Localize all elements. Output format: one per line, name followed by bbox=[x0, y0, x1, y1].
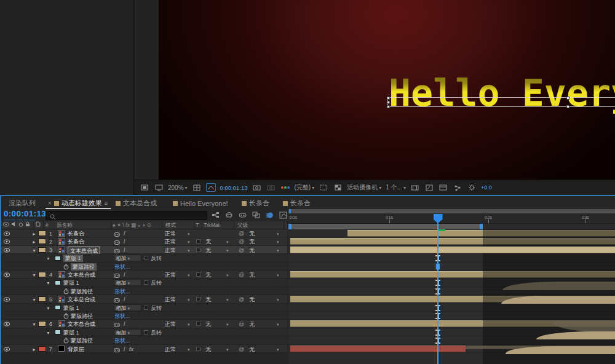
expand-arrow-icon[interactable]: ▼ bbox=[46, 280, 50, 287]
tab-comp-2[interactable]: 文本总合成 bbox=[116, 197, 157, 209]
mask-color-chip[interactable] bbox=[55, 256, 61, 261]
trkmat-select[interactable]: 无 bbox=[205, 238, 211, 245]
quality-switch[interactable]: / bbox=[124, 230, 125, 237]
shape-value-link[interactable]: 形状... bbox=[114, 263, 130, 271]
layer-duration-bar[interactable] bbox=[290, 247, 615, 253]
mask-path-name[interactable]: 蒙版路径 bbox=[71, 288, 93, 295]
layer-row-3[interactable]: ▼3文本总合成/正常▾无▾@无▾ bbox=[1, 246, 287, 254]
selection-handle[interactable] bbox=[387, 97, 390, 100]
parent-select[interactable]: 无 bbox=[249, 238, 255, 245]
work-area-row[interactable] bbox=[288, 224, 615, 229]
expand-arrow-icon[interactable]: ► bbox=[32, 346, 36, 354]
always-preview-icon[interactable] bbox=[140, 183, 149, 192]
t-checkbox[interactable] bbox=[196, 347, 200, 351]
mask-mode-select[interactable]: 相加 ▾ bbox=[114, 329, 141, 336]
parent-pickwhip-icon[interactable]: @ bbox=[239, 296, 244, 303]
mask-group-row[interactable]: ▼蒙版 1相加 ▾反转 bbox=[1, 254, 287, 262]
search-input[interactable] bbox=[46, 211, 207, 220]
graph-editor-icon[interactable] bbox=[279, 210, 288, 220]
quality-switch[interactable]: / bbox=[124, 346, 125, 353]
trkmat-select[interactable]: 无 bbox=[205, 247, 211, 254]
tab-comp-3[interactable]: Hello Everyone! bbox=[173, 197, 228, 209]
expand-arrow-icon[interactable]: ► bbox=[32, 231, 36, 238]
quality-switch[interactable]: / bbox=[124, 247, 125, 254]
t-checkbox[interactable] bbox=[196, 248, 200, 252]
viewer-text-layer[interactable]: Hello Everyone! bbox=[389, 71, 615, 114]
parent-select[interactable]: 无 bbox=[249, 296, 255, 303]
selection-handle[interactable] bbox=[387, 101, 390, 104]
parent-pickwhip-icon[interactable]: @ bbox=[239, 320, 244, 328]
layer-row-7[interactable]: ►7背景层/fx正常▾无▾@无▾ bbox=[1, 345, 287, 353]
mask-color-chip[interactable] bbox=[55, 280, 61, 285]
composition-viewer[interactable]: Hello Everyone! bbox=[159, 0, 615, 180]
label-color-chip[interactable] bbox=[38, 239, 46, 244]
tab-comp-1[interactable]: ×动态标题效果≡ bbox=[48, 197, 108, 209]
work-area-bar[interactable] bbox=[288, 224, 483, 229]
blend-mode-select[interactable]: 正常 bbox=[165, 320, 176, 328]
parent-pickwhip-icon[interactable]: @ bbox=[239, 238, 244, 245]
eye-icon[interactable] bbox=[4, 272, 10, 279]
blend-mode-select[interactable]: 正常 bbox=[165, 296, 176, 303]
blend-mode-select[interactable]: 正常 bbox=[165, 247, 176, 254]
t-checkbox[interactable] bbox=[196, 297, 200, 301]
mask-path-row[interactable]: 蒙版路径形状... bbox=[1, 312, 287, 320]
fast-preview-icon[interactable] bbox=[424, 183, 434, 192]
invert-checkbox[interactable] bbox=[144, 330, 148, 334]
eye-icon[interactable] bbox=[4, 231, 10, 238]
mask-name[interactable]: 蒙版 1 bbox=[63, 304, 79, 312]
region-of-interest-icon[interactable] bbox=[319, 183, 328, 192]
work-area-start-handle[interactable] bbox=[288, 224, 292, 229]
expand-arrow-icon[interactable]: ► bbox=[32, 239, 36, 246]
frame-blend-icon[interactable] bbox=[252, 210, 261, 220]
reset-exposure-icon[interactable] bbox=[467, 183, 477, 192]
label-color-chip[interactable] bbox=[38, 321, 46, 326]
quality-switch[interactable]: / bbox=[124, 238, 125, 245]
preview-timecode[interactable]: 0:00:01:13 bbox=[220, 184, 248, 191]
t-checkbox[interactable] bbox=[196, 322, 200, 326]
panel-menu-icon[interactable]: ≡ bbox=[105, 200, 108, 207]
layer-name[interactable]: 背景层 bbox=[68, 346, 84, 353]
work-area-end-handle[interactable] bbox=[480, 224, 483, 229]
layer-name[interactable]: 文本总合成 bbox=[68, 271, 95, 279]
show-channels-icon[interactable] bbox=[280, 183, 290, 192]
blend-mode-select[interactable]: 正常 bbox=[165, 230, 176, 237]
mini-flowchart-icon[interactable] bbox=[211, 210, 220, 220]
mask-path-name[interactable]: 蒙版路径 bbox=[71, 337, 93, 344]
mask-mode-select[interactable]: 相加 ▾ bbox=[114, 255, 141, 261]
mask-path-row[interactable]: 蒙版路径形状... bbox=[1, 336, 287, 344]
mask-visibility-icon[interactable] bbox=[206, 183, 216, 192]
quality-switch[interactable]: / bbox=[124, 296, 125, 303]
parent-pickwhip-icon[interactable]: @ bbox=[239, 247, 244, 254]
layer-row-2[interactable]: ►2长条合/正常▾无▾@无▾ bbox=[1, 237, 287, 245]
mask-mode-select[interactable]: 相加 ▾ bbox=[114, 304, 141, 311]
expand-arrow-icon[interactable]: ▼ bbox=[46, 305, 50, 312]
quality-switch[interactable]: / bbox=[124, 271, 125, 279]
layer-duration-bar[interactable] bbox=[290, 346, 466, 352]
invert-checkbox[interactable] bbox=[144, 306, 148, 310]
expand-arrow-icon[interactable]: ▼ bbox=[32, 272, 36, 279]
snapshot-camera-icon[interactable] bbox=[252, 183, 262, 192]
hide-shy-icon[interactable] bbox=[238, 210, 247, 220]
resolution-select[interactable]: (完整) ▾ bbox=[295, 183, 315, 192]
mask-path-row[interactable]: 蒙版路径形状... bbox=[1, 263, 287, 271]
tab-comp-4[interactable]: 长条合 bbox=[242, 197, 269, 209]
fx-switch[interactable]: fx bbox=[129, 346, 133, 353]
label-color-chip[interactable] bbox=[38, 231, 46, 236]
layer-row-1[interactable]: ►1长条合/正常▾@无▾ bbox=[1, 229, 287, 237]
tab-close-icon[interactable]: × bbox=[48, 200, 52, 207]
monitor-icon[interactable] bbox=[154, 183, 164, 192]
mode-column-label[interactable]: 模式 bbox=[165, 221, 176, 229]
trkmat-select[interactable]: 无 bbox=[205, 346, 211, 353]
mask-color-chip[interactable] bbox=[55, 305, 61, 310]
selection-handle[interactable] bbox=[566, 105, 569, 108]
mask-name[interactable]: 蒙版 1 bbox=[63, 255, 83, 262]
layer-name[interactable]: 长条合 bbox=[68, 238, 84, 245]
layer-selection-box[interactable] bbox=[387, 97, 615, 107]
mask-group-row[interactable]: ▼蒙版 1相加 ▾反转 bbox=[1, 304, 287, 312]
magnification-select[interactable]: 200% ▾ bbox=[168, 184, 188, 191]
label-color-chip[interactable] bbox=[38, 247, 46, 253]
shape-value-link[interactable]: 形状... bbox=[114, 312, 130, 320]
label-color-chip[interactable] bbox=[38, 272, 46, 277]
tab-comp-5[interactable]: 长条合 bbox=[283, 197, 311, 209]
camera-view-select[interactable]: 活动摄像机 ▾ bbox=[347, 183, 381, 192]
